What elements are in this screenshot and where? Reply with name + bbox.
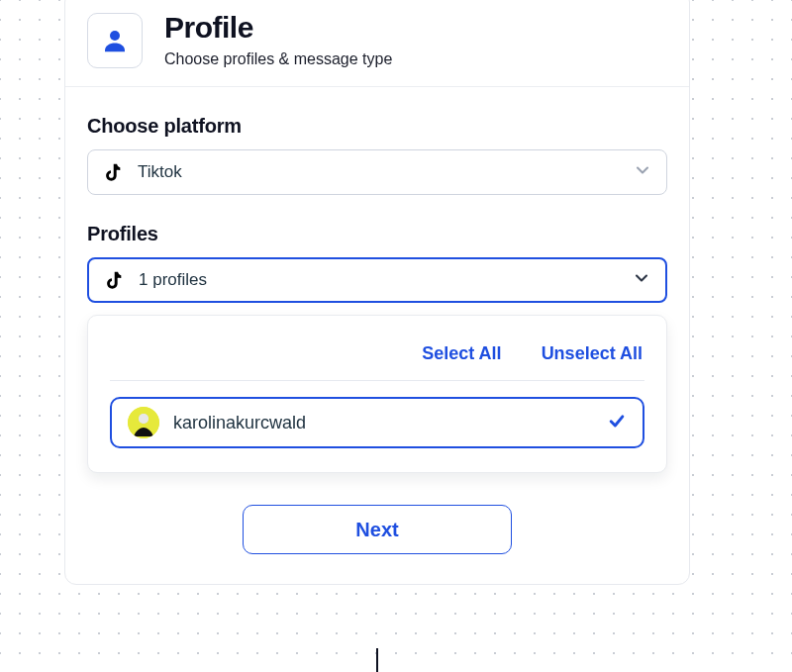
platform-section: Choose platform Tiktok xyxy=(87,115,667,195)
dropdown-actions: Select All Unselect All xyxy=(110,334,644,381)
select-all-button[interactable]: Select All xyxy=(422,343,501,364)
profiles-label: Profiles xyxy=(87,223,667,245)
platform-select[interactable]: Tiktok xyxy=(87,149,667,195)
card-body: Choose platform Tiktok Profiles xyxy=(65,87,689,554)
unselect-all-button[interactable]: Unselect All xyxy=(542,343,643,364)
card-header: Profile Choose profiles & message type xyxy=(65,0,689,87)
next-button[interactable]: Next xyxy=(243,505,512,554)
profiles-summary: 1 profiles xyxy=(139,270,618,290)
profiles-section: Profiles 1 profiles Select All Unselect … xyxy=(87,223,667,473)
header-text: Profile Choose profiles & message type xyxy=(164,11,392,68)
flow-connector-line xyxy=(376,648,378,672)
person-icon xyxy=(100,26,130,55)
avatar xyxy=(128,407,159,438)
profile-icon-box xyxy=(87,13,143,68)
profile-option[interactable]: karolinakurcwald xyxy=(110,397,644,448)
chevron-down-icon xyxy=(633,160,652,184)
svg-point-3 xyxy=(139,414,148,424)
platform-label: Choose platform xyxy=(87,115,667,138)
check-icon xyxy=(607,411,627,434)
svg-point-0 xyxy=(110,31,120,41)
profile-option-name: karolinakurcwald xyxy=(173,413,593,433)
platform-selected-value: Tiktok xyxy=(138,162,619,182)
page-title: Profile xyxy=(164,11,392,45)
page-subtitle: Choose profiles & message type xyxy=(164,50,392,68)
profile-step-card: Profile Choose profiles & message type C… xyxy=(64,0,690,585)
profiles-dropdown: Select All Unselect All karolinakurcwald xyxy=(87,315,667,473)
tiktok-icon xyxy=(102,161,124,183)
chevron-down-icon xyxy=(632,268,651,292)
next-button-wrap: Next xyxy=(87,505,667,554)
profiles-select[interactable]: 1 profiles xyxy=(87,257,667,303)
tiktok-icon xyxy=(103,269,125,291)
